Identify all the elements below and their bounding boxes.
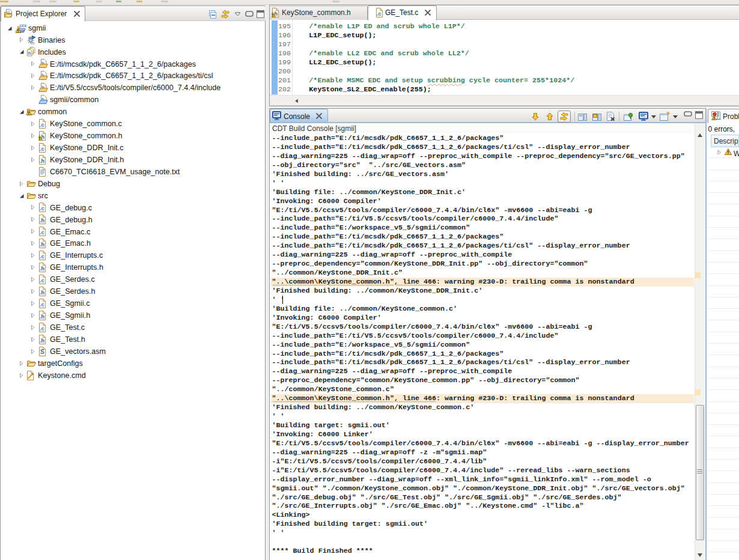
svg-text:.c: .c (40, 254, 44, 260)
svg-text:.h: .h (40, 266, 44, 272)
svg-text:.c: .c (40, 278, 44, 284)
svg-text:.c: .c (40, 301, 44, 307)
svg-text:.h: .h (40, 337, 44, 343)
svg-text:.h: .h (40, 218, 44, 224)
svg-text:.c: .c (377, 11, 382, 17)
svg-text:.c: .c (40, 325, 44, 331)
svg-text:.h: .h (40, 290, 44, 296)
svg-text:.h: .h (40, 157, 44, 163)
svg-text:01: 01 (31, 41, 35, 45)
svg-text:h: h (28, 50, 31, 56)
svg-text:.c: .c (40, 205, 44, 212)
svg-text:.c: .c (40, 145, 44, 151)
svg-text:.h: .h (40, 313, 44, 319)
svg-text:.h: .h (40, 242, 44, 248)
svg-text:CCS: CCS (20, 24, 27, 28)
svg-text:.c: .c (40, 230, 44, 236)
svg-text:S: S (40, 348, 44, 355)
svg-text:.c: .c (40, 121, 44, 127)
